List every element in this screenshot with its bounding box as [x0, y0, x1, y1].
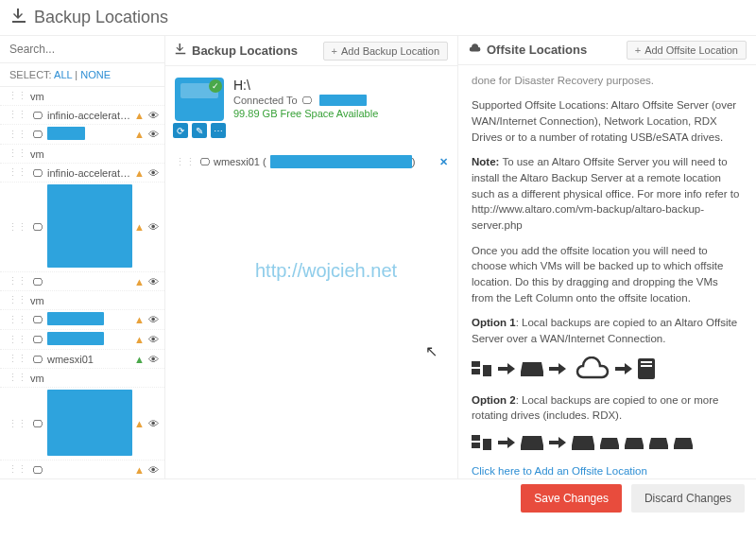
list-item[interactable]: ⋮⋮🖵▲👁	[0, 388, 164, 461]
remove-mapping-button[interactable]: ✕	[439, 156, 448, 168]
offsite-locations-title: Offsite Locations	[487, 43, 587, 57]
svg-rect-15	[674, 445, 693, 449]
vm-sidebar: SELECT: ALL | NONE ⋮⋮vm⋮⋮🖵infinio-accele…	[0, 36, 165, 478]
warning-icon: ▲	[134, 129, 145, 140]
refresh-icon[interactable]: ⟳	[173, 123, 188, 138]
list-item[interactable]: ⋮⋮🖵▲👁	[0, 125, 164, 145]
drag-handle-icon[interactable]: ⋮⋮	[8, 372, 26, 384]
warning-icon: ▲	[134, 221, 145, 233]
drag-handle-icon[interactable]: ⋮⋮	[8, 148, 26, 160]
monitor-icon: 🖵	[30, 354, 43, 365]
drag-handle-icon[interactable]: ⋮⋮	[8, 109, 26, 121]
warning-icon: ▲	[134, 167, 145, 179]
drag-handle-icon[interactable]: ⋮⋮	[8, 314, 26, 326]
eye-icon[interactable]: 👁	[148, 334, 159, 345]
vm-icon: vm	[30, 295, 43, 306]
backup-locations-column: Backup Locations +Add Backup Location ✓ …	[165, 36, 458, 478]
list-item[interactable]: ⋮⋮🖵▲👁	[0, 310, 164, 330]
drag-handle-icon[interactable]: ⋮⋮	[8, 166, 26, 179]
select-label: SELECT:	[9, 69, 52, 80]
mapped-vm-row[interactable]: ⋮⋮ 🖵 wmesxi01 ( ) ✕	[175, 155, 448, 168]
drive-icon	[649, 436, 668, 450]
svg-rect-13	[625, 445, 644, 449]
eye-icon[interactable]: 👁	[148, 129, 159, 140]
edit-icon[interactable]: ✎	[192, 123, 207, 138]
servers-icon	[472, 359, 492, 378]
list-item[interactable]: ⋮⋮🖵▲👁	[0, 272, 164, 291]
download-icon	[11, 9, 26, 27]
select-none-link[interactable]: NONE	[80, 69, 111, 80]
eye-icon[interactable]: 👁	[148, 464, 159, 476]
drive-icon	[625, 436, 644, 450]
drive-icon	[600, 436, 619, 450]
more-icon[interactable]: ⋯	[211, 123, 226, 138]
drag-handle-icon[interactable]: ⋮⋮	[8, 90, 26, 102]
drive-card[interactable]: ✓ ⟳ ✎ ⋯ H:\ Connected To 🖵 99.89 GB Free…	[165, 66, 457, 132]
eye-icon[interactable]: 👁	[148, 418, 159, 429]
cloud-icon	[572, 356, 610, 381]
list-item[interactable]: ⋮⋮🖵▲👁	[0, 461, 164, 478]
page-title: Backup Locations	[34, 8, 168, 27]
offsite-note: Note: To use an Altaro Offsite Server yo…	[472, 154, 743, 233]
svg-rect-14	[649, 445, 668, 449]
list-item[interactable]: ⋮⋮vm	[0, 145, 164, 164]
drag-handle-icon[interactable]: ⋮⋮	[8, 294, 26, 306]
drag-handle-icon[interactable]: ⋮⋮	[8, 353, 26, 365]
redacted-block	[47, 184, 132, 268]
plus-icon: +	[635, 44, 641, 56]
svg-rect-11	[572, 445, 594, 450]
list-item[interactable]: ⋮⋮🖵infinio-acceleratorlabed…▲👁	[0, 106, 164, 125]
monitor-icon: 🖵	[30, 334, 43, 345]
select-all-link[interactable]: ALL	[54, 69, 72, 80]
vm-label: infinio-acceleratorlabed…	[47, 110, 132, 121]
vm-icon: vm	[30, 148, 43, 160]
drive-icon	[521, 434, 543, 451]
monitor-icon: 🖵	[30, 314, 43, 325]
list-item[interactable]: ⋮⋮🖵infinio-acceleratorlabed…▲👁	[0, 164, 164, 183]
monitor-icon: 🖵	[30, 129, 43, 140]
list-item[interactable]: ⋮⋮🖵▲👁	[0, 183, 164, 272]
eye-icon[interactable]: 👁	[148, 354, 159, 365]
list-item[interactable]: ⋮⋮🖵▲👁	[0, 330, 164, 350]
discard-button[interactable]: Discard Changes	[631, 484, 745, 513]
list-item[interactable]: ⋮⋮🖵wmesxi01▲👁	[0, 350, 164, 369]
drag-handle-icon[interactable]: ⋮⋮	[8, 129, 26, 141]
list-item[interactable]: ⋮⋮vm	[0, 369, 164, 388]
drag-handle-icon[interactable]: ⋮⋮	[8, 221, 26, 234]
cursor-icon: ↖	[425, 342, 438, 360]
plus-icon: +	[332, 45, 337, 57]
monitor-icon: 🖵	[30, 221, 43, 233]
eye-icon[interactable]: 👁	[148, 167, 159, 179]
arrow-right-icon	[498, 436, 515, 449]
monitor-icon: 🖵	[301, 95, 312, 106]
monitor-icon: 🖵	[30, 167, 43, 179]
drag-handle-icon[interactable]: ⋮⋮	[8, 463, 26, 476]
drag-handle-icon[interactable]: ⋮⋮	[8, 418, 26, 430]
drive-free-space: 99.89 GB Free Space Available	[233, 108, 378, 119]
footer: Save Changes Discard Changes	[0, 478, 756, 516]
svg-rect-3	[521, 372, 543, 376]
eye-icon[interactable]: 👁	[148, 276, 159, 287]
list-item[interactable]: ⋮⋮vm	[0, 87, 164, 106]
page-header: Backup Locations	[0, 0, 756, 36]
svg-rect-0	[472, 361, 480, 367]
drive-icon	[572, 434, 594, 451]
eye-icon[interactable]: 👁	[148, 110, 159, 121]
arrow-right-icon	[549, 436, 566, 449]
monitor-icon: 🖵	[30, 464, 43, 476]
add-offsite-link[interactable]: Click here to Add an Offsite Location	[472, 465, 647, 477]
warning-icon: ▲	[134, 334, 145, 345]
add-offsite-location-button[interactable]: +Add Offsite Location	[627, 41, 747, 60]
offsite-p3: Once you add the offsite location you wi…	[472, 243, 743, 306]
drag-handle-icon[interactable]: ⋮⋮	[8, 275, 26, 287]
list-item[interactable]: ⋮⋮vm	[0, 291, 164, 310]
drag-handle-icon[interactable]: ⋮⋮	[175, 156, 196, 168]
search-input[interactable]	[0, 36, 164, 63]
save-button[interactable]: Save Changes	[521, 484, 622, 513]
eye-icon[interactable]: 👁	[148, 314, 159, 325]
eye-icon[interactable]: 👁	[148, 221, 159, 233]
drag-handle-icon[interactable]: ⋮⋮	[8, 334, 26, 346]
add-backup-location-button[interactable]: +Add Backup Location	[323, 42, 448, 61]
arrow-right-icon	[615, 362, 632, 375]
download-icon	[175, 43, 186, 58]
